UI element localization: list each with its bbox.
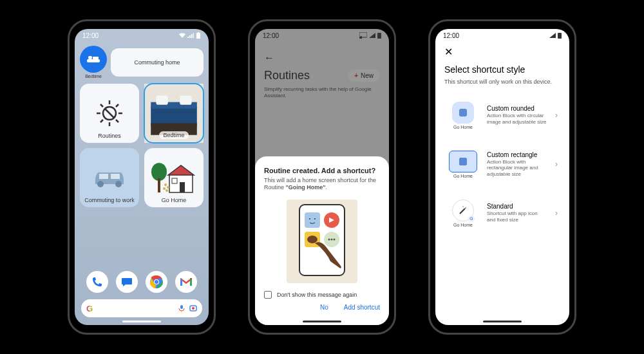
- routines-widget[interactable]: Routines: [80, 84, 139, 143]
- rounded-preview-icon: [459, 109, 467, 116]
- option-custom-rounded[interactable]: Go Home Custom rounded Action Block with…: [444, 95, 560, 135]
- battery-icon: [377, 32, 381, 39]
- chevron-right-icon: ›: [555, 160, 558, 169]
- no-button[interactable]: No: [320, 304, 328, 311]
- battery-icon: [558, 32, 562, 39]
- lens-icon[interactable]: [189, 304, 197, 312]
- dialog-scrim[interactable]: Routine created. Add a shortcut? This wi…: [255, 29, 389, 325]
- option-custom-rectangle[interactable]: Go Home Custom rectangle Action Block wi…: [444, 144, 560, 184]
- status-time: 12:00: [443, 32, 459, 39]
- svg-point-59: [307, 236, 317, 243]
- svg-rect-21: [99, 174, 108, 179]
- bed-icon: [87, 54, 100, 64]
- rect-preview-icon: [459, 158, 467, 165]
- phone-routines-dialog: 12:00 ← Routines + New Simplify recurrin…: [248, 19, 396, 335]
- go-home-widget[interactable]: Go Home: [144, 148, 204, 207]
- add-shortcut-button[interactable]: Add shortcut: [344, 304, 380, 311]
- phone-app-icon[interactable]: [86, 271, 108, 293]
- search-bar[interactable]: G: [81, 299, 202, 317]
- dialog-title: Routine created. Add a shortcut?: [264, 167, 380, 174]
- commuting-home-label: Commuting home: [134, 59, 180, 66]
- google-logo-icon: G: [86, 304, 93, 313]
- option-desc: Action Block with circular image and adj…: [487, 113, 547, 125]
- status-icons: [359, 32, 381, 39]
- svg-rect-4: [93, 57, 99, 59]
- bedtime-widget[interactable]: Bedtime: [144, 84, 204, 143]
- svg-rect-31: [158, 178, 160, 192]
- option-desc: Shortcut with app icon and fixed size: [487, 210, 547, 223]
- checkbox-icon: [264, 291, 272, 299]
- svg-rect-40: [180, 278, 182, 286]
- svg-line-6: [105, 109, 114, 118]
- svg-point-58: [334, 239, 336, 241]
- widget-grid: Routines Bedtime Commuting to work Go Ho…: [75, 79, 209, 212]
- svg-point-51: [314, 218, 316, 219]
- svg-line-11: [100, 104, 103, 107]
- svg-marker-26: [168, 165, 194, 175]
- dialog-illustration: [287, 200, 357, 283]
- svg-rect-19: [180, 95, 191, 104]
- svg-point-34: [163, 187, 166, 190]
- nav-handle[interactable]: [303, 321, 341, 322]
- commuting-work-label: Commuting to work: [84, 197, 135, 203]
- svg-rect-49: [305, 212, 320, 228]
- cast-icon: [359, 32, 367, 39]
- wifi-icon: [179, 33, 185, 38]
- mic-icon[interactable]: [178, 304, 185, 312]
- svg-rect-22: [111, 174, 120, 179]
- gmail-app-icon[interactable]: [175, 271, 197, 293]
- svg-point-56: [328, 239, 330, 241]
- status-bar: 12:00: [255, 29, 389, 42]
- bedtime-shortcut[interactable]: Bedtime: [80, 46, 107, 79]
- svg-point-33: [167, 186, 169, 189]
- close-button[interactable]: ✕: [444, 46, 560, 58]
- dialog-body: This will add a home screen shortcut for…: [264, 177, 380, 192]
- page-title: Select shortcut style: [444, 64, 560, 75]
- preview-label: Go Home: [453, 223, 473, 227]
- svg-rect-27: [180, 182, 185, 192]
- chevron-right-icon: ›: [555, 209, 558, 218]
- svg-line-12: [116, 120, 118, 122]
- svg-rect-61: [459, 109, 467, 116]
- svg-point-65: [462, 206, 464, 207]
- dont-show-checkbox[interactable]: Don't show this message again: [264, 291, 380, 299]
- nav-handle[interactable]: [483, 321, 522, 322]
- signal-icon: [369, 33, 375, 38]
- select-style-screen: 12:00 ✕ Select shortcut style This short…: [435, 29, 569, 325]
- svg-point-39: [155, 280, 158, 284]
- messages-app-icon[interactable]: [116, 271, 138, 293]
- svg-rect-62: [459, 158, 467, 165]
- svg-rect-0: [196, 33, 200, 39]
- chevron-right-icon: ›: [555, 111, 558, 120]
- bedtime-label: Bedtime: [80, 74, 107, 79]
- chrome-app-icon[interactable]: [146, 271, 167, 293]
- option-title: Custom rounded: [487, 105, 547, 112]
- svg-point-45: [192, 307, 194, 310]
- bedtime-widget-label: Bedtime: [159, 131, 188, 139]
- svg-rect-42: [180, 305, 183, 309]
- preview-label: Go Home: [453, 174, 473, 178]
- go-home-label: Go Home: [162, 197, 187, 203]
- svg-rect-3: [88, 56, 92, 59]
- svg-rect-60: [558, 33, 562, 39]
- svg-rect-1: [198, 32, 199, 33]
- page-subtitle: This shortcut will only work on this dev…: [444, 79, 560, 85]
- status-icons: [549, 32, 562, 39]
- svg-point-23: [97, 181, 104, 187]
- status-time: 12:00: [82, 32, 99, 39]
- svg-point-32: [164, 183, 167, 186]
- commuting-home-widget[interactable]: Commuting home: [111, 48, 204, 77]
- status-bar: 12:00: [435, 29, 569, 42]
- svg-line-13: [100, 120, 103, 122]
- option-desc: Action Block with rectangular image and …: [487, 159, 547, 178]
- svg-point-24: [115, 181, 122, 187]
- svg-point-35: [166, 189, 168, 192]
- phone-select-style: 12:00 ✕ Select shortcut style This short…: [428, 19, 576, 335]
- wand-icon: [458, 205, 468, 216]
- nav-handle[interactable]: [122, 321, 161, 322]
- status-time: 12:00: [263, 32, 279, 39]
- commuting-work-widget[interactable]: Commuting to work: [80, 148, 139, 207]
- svg-point-50: [309, 218, 310, 219]
- phone-home-screen: 12:00 Bedtime Commuting home Routines: [68, 19, 216, 335]
- option-standard[interactable]: G Go Home Standard Shortcut with app ico…: [444, 193, 560, 233]
